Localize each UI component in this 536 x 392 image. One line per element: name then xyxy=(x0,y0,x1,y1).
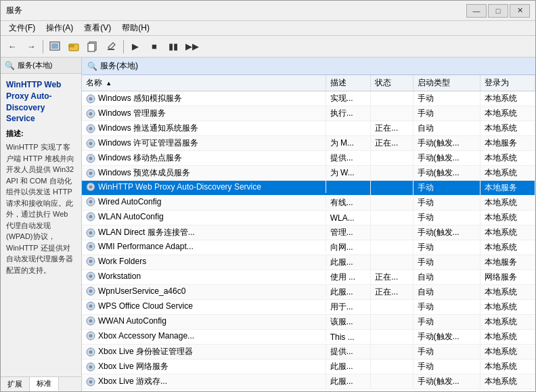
service-login-cell: 本地服务 xyxy=(481,136,535,151)
service-desc-cell: 为 W... xyxy=(326,166,371,181)
service-table[interactable]: 名称 ▲ 描述 状态 启动类型 登录为 Windows 感知模拟服务实现...手… xyxy=(82,75,535,391)
col-status[interactable]: 状态 xyxy=(371,75,413,91)
toolbar-separator-1 xyxy=(43,40,43,53)
table-row[interactable]: Windows 感知模拟服务实现...手动本地系统 xyxy=(82,91,535,106)
menu-action[interactable]: 操作(A) xyxy=(41,21,79,35)
service-login-cell: 本地系统 xyxy=(481,211,535,225)
service-startup-cell: 手动(触发... xyxy=(413,166,480,181)
table-row[interactable]: WinHTTP Web Proxy Auto-Discovery Service… xyxy=(82,181,535,196)
tab-standard[interactable]: 标准 xyxy=(30,377,59,391)
service-startup-cell: 手动 xyxy=(413,181,480,196)
service-name-cell: WLAN Direct 服务连接管... xyxy=(82,225,326,240)
service-name-text: Xbox Live 身份验证管理器 xyxy=(98,346,193,357)
menu-bar: 文件(F) 操作(A) 查看(V) 帮助(H) xyxy=(1,21,535,36)
service-startup-cell: 自动 xyxy=(413,121,480,136)
service-startup-cell: 手动 xyxy=(413,345,480,360)
play-button[interactable]: ▶ xyxy=(127,39,144,55)
service-login-cell: 本地系统 xyxy=(481,151,535,166)
service-name-cell: WPS Office Cloud Service xyxy=(82,300,326,312)
close-button[interactable]: ✕ xyxy=(510,4,530,18)
service-startup-cell: 手动 xyxy=(413,211,480,225)
service-login-cell: 本地系统 xyxy=(481,374,535,389)
desc-label: 描述: xyxy=(6,129,76,139)
service-login-cell: 本地系统 xyxy=(481,315,535,330)
service-desc-cell: 此服... xyxy=(326,285,371,300)
table-row[interactable]: Xbox Live 游戏存...此服...手动(触发...本地系统 xyxy=(82,374,535,389)
table-row[interactable]: Wired AutoConfig有线...手动本地系统 xyxy=(82,196,535,211)
folder-button[interactable] xyxy=(65,39,83,55)
table-row[interactable]: Work Folders此服...手动本地服务 xyxy=(82,255,535,270)
table-row[interactable]: WLAN Direct 服务连接管...管理...手动(触发...本地系统 xyxy=(82,225,535,240)
service-status-cell xyxy=(371,211,413,225)
service-icon xyxy=(86,362,95,372)
table-row[interactable]: WMI Performance Adapt...向网...手动本地系统 xyxy=(82,240,535,255)
menu-view[interactable]: 查看(V) xyxy=(79,21,116,35)
service-name-cell: Wired AutoConfig xyxy=(82,196,326,208)
tab-expand[interactable]: 扩展 xyxy=(1,377,30,391)
service-name-text: Windows 预览体成员服务 xyxy=(98,167,190,179)
table-header-row: 名称 ▲ 描述 状态 启动类型 登录为 xyxy=(82,75,535,91)
svg-point-21 xyxy=(89,186,93,189)
service-name-text: Xbox Live 游戏存... xyxy=(98,376,167,387)
pause-button[interactable]: ▮▮ xyxy=(164,39,182,55)
service-startup-cell: 自动 xyxy=(413,285,480,300)
table-row[interactable]: WpnUserService_a46c0此服...正在...自动本地系统 xyxy=(82,285,535,300)
edit-button[interactable] xyxy=(103,39,120,55)
table-row[interactable]: Workstation使用 ...正在...自动网络服务 xyxy=(82,270,535,285)
service-desc-cell: 有线... xyxy=(326,196,371,211)
col-login[interactable]: 登录为 xyxy=(481,75,535,91)
service-icon xyxy=(86,257,95,266)
restart-button[interactable]: ▶▶ xyxy=(183,39,201,55)
forward-button[interactable]: → xyxy=(22,39,40,55)
table-row[interactable]: WPS Office Cloud Service用于...手动本地系统 xyxy=(82,300,535,315)
service-desc-cell: 用于... xyxy=(326,300,371,315)
table-row[interactable]: Windows 推送通知系统服务正在...自动本地系统 xyxy=(82,121,535,136)
maximize-button[interactable]: □ xyxy=(488,4,508,18)
copy-button[interactable] xyxy=(84,39,102,55)
service-desc-cell: 提供... xyxy=(326,151,371,166)
stop-button[interactable]: ■ xyxy=(146,39,163,55)
table-row[interactable]: Xbox Live 身份验证管理器提供...手动本地系统 xyxy=(82,345,535,360)
services-list: 名称 ▲ 描述 状态 启动类型 登录为 Windows 感知模拟服务实现...手… xyxy=(82,75,535,389)
menu-file[interactable]: 文件(F) xyxy=(3,21,41,35)
left-panel-body: WinHTTP Web Proxy Auto-Discovery Service… xyxy=(1,74,81,376)
table-row[interactable]: Windows 管理服务执行...手动本地系统 xyxy=(82,106,535,121)
svg-point-35 xyxy=(89,290,93,293)
service-desc-cell: 此服... xyxy=(326,255,371,270)
svg-point-11 xyxy=(89,112,93,115)
service-name-cell: Workstation xyxy=(82,270,326,282)
back-button[interactable]: ← xyxy=(3,39,21,55)
left-panel-header: 🔍 服务(本地) xyxy=(1,58,81,74)
minimize-button[interactable]: — xyxy=(466,4,487,18)
col-name[interactable]: 名称 ▲ xyxy=(82,75,326,91)
service-name-text: Wired AutoConfig xyxy=(98,197,161,206)
table-row[interactable]: Xbox Accessory Manage...This ...手动(触发...… xyxy=(82,330,535,345)
svg-point-45 xyxy=(89,365,93,368)
table-row[interactable]: WLAN AutoConfigWLA...手动本地系统 xyxy=(82,211,535,225)
service-startup-cell: 手动(触发... xyxy=(413,151,480,166)
service-status-cell xyxy=(371,166,413,181)
col-startup[interactable]: 启动类型 xyxy=(413,75,480,91)
service-name-text: Windows 推送通知系统服务 xyxy=(98,123,198,134)
service-startup-cell: 手动(触发... xyxy=(413,136,480,151)
service-status-cell xyxy=(371,330,413,345)
svg-point-39 xyxy=(89,320,93,323)
service-status-cell xyxy=(371,255,413,270)
table-row[interactable]: WWAN AutoConfig该服...手动本地系统 xyxy=(82,315,535,330)
table-row[interactable]: Windows 许可证管理器服务为 M...正在...手动(触发...本地服务 xyxy=(82,136,535,151)
service-name-text: Windows 感知模拟服务 xyxy=(98,93,182,104)
menu-help[interactable]: 帮助(H) xyxy=(116,21,155,35)
svg-point-27 xyxy=(89,231,93,234)
svg-rect-3 xyxy=(69,45,74,47)
service-startup-cell: 手动 xyxy=(413,196,480,211)
table-row[interactable]: Windows 移动热点服务提供...手动(触发...本地系统 xyxy=(82,151,535,166)
service-name-text: WinHTTP Web Proxy Auto-Discovery Service xyxy=(98,182,261,192)
table-row[interactable]: Xbox Live 网络服务此服...手动本地系统 xyxy=(82,360,535,374)
service-icon xyxy=(86,228,95,238)
service-desc-cell: 此服... xyxy=(326,374,371,389)
table-row[interactable]: Windows 预览体成员服务为 W...手动(触发...本地系统 xyxy=(82,166,535,181)
col-desc[interactable]: 描述 xyxy=(326,75,371,91)
service-status-cell: 正在... xyxy=(371,285,413,300)
service-login-cell: 本地系统 xyxy=(481,345,535,360)
up-button[interactable] xyxy=(46,39,64,55)
